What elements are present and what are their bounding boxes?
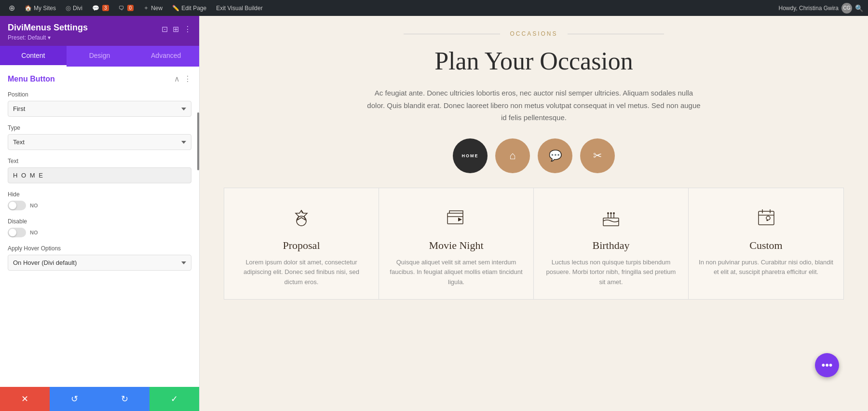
hide-field-label: Hide <box>8 191 191 198</box>
panel-title: DiviMenus Settings <box>8 23 88 33</box>
house-icon: 🏠 <box>25 5 32 12</box>
hover-field-label: Apply Hover Options <box>8 245 191 252</box>
tools-circle[interactable]: ✂ <box>580 138 615 173</box>
main-layout: DiviMenus Settings Preset: Default ▾ ⊡ ⊞… <box>0 16 868 411</box>
hide-toggle-wrap: NO <box>8 201 191 210</box>
fab-dots-icon: ••• <box>821 359 832 371</box>
movie-night-card: Movie Night Quisque aliquet velit sit am… <box>379 188 534 299</box>
type-field-group: Type Text Icon Image <box>8 124 191 150</box>
chat-bubble-icon: 💬 <box>549 150 562 162</box>
text-input[interactable] <box>8 167 191 183</box>
type-select[interactable]: Text Icon Image <box>8 134 191 150</box>
chat-circle[interactable]: 💬 <box>538 138 572 173</box>
collapse-section-icon[interactable]: ∧ <box>174 74 180 83</box>
home-icon: ⌂ <box>509 150 515 162</box>
disable-toggle-knob <box>9 229 16 236</box>
text-field-label: Text <box>8 158 191 164</box>
hover-select[interactable]: On Hover (Divi default) Always Never <box>8 255 191 271</box>
movie-night-card-title: Movie Night <box>389 239 524 252</box>
panel-preset[interactable]: Preset: Default ▾ <box>8 34 88 41</box>
undo-button[interactable]: ↺ <box>50 387 99 411</box>
exit-visual-builder-button[interactable]: Exit Visual Builder <box>212 0 267 16</box>
user-menu[interactable]: Howdy, Christina Gwira CG 🔍 <box>779 3 863 14</box>
comments2-menu[interactable]: 🗨 0 <box>115 0 138 16</box>
panel-actions: ✕ ↺ ↻ ✓ <box>0 387 199 411</box>
my-sites-label: My Sites <box>34 5 56 12</box>
search-icon[interactable]: 🔍 <box>855 4 863 12</box>
svg-point-6 <box>607 212 609 214</box>
occasions-line-right <box>568 34 664 34</box>
avatar: CG <box>841 3 852 14</box>
disable-toggle-label: NO <box>30 230 38 235</box>
hide-toggle[interactable] <box>8 201 26 210</box>
grid-icon[interactable]: ⊞ <box>173 25 179 34</box>
panel-header-icons: ⊡ ⊞ ⋮ <box>162 25 191 34</box>
disable-toggle-wrap: NO <box>8 228 191 237</box>
hide-toggle-knob <box>9 202 16 209</box>
redo-icon: ↻ <box>121 394 128 404</box>
section-more-icon[interactable]: ⋮ <box>184 74 191 83</box>
new-menu[interactable]: ＋ New <box>139 0 166 16</box>
divi-menu[interactable]: ◎ Divi <box>62 0 86 16</box>
svg-rect-1 <box>448 213 463 224</box>
divi-label: Divi <box>73 5 82 12</box>
edit-page-button[interactable]: ✏️ Edit Page <box>168 0 210 16</box>
edit-page-label: Edit Page <box>181 5 206 12</box>
home-circle-label: HOME <box>462 153 479 158</box>
wp-logo[interactable]: ⊕ <box>5 0 19 16</box>
panel-title-area: DiviMenus Settings Preset: Default ▾ <box>8 23 88 41</box>
panel-tabs: Content Design Advanced <box>0 46 199 67</box>
occasions-text: OCCASIONS <box>510 30 557 37</box>
comments-menu[interactable]: 💬 3 <box>88 0 113 16</box>
comments-count-badge: 3 <box>102 5 109 11</box>
scroll-indicator <box>197 112 199 170</box>
menu-button-section-header: Menu Button ∧ ⋮ <box>8 74 191 83</box>
home-icon-circle[interactable]: ⌂ <box>495 138 530 173</box>
text-field-group: Text <box>8 158 191 183</box>
my-sites-menu[interactable]: 🏠 My Sites <box>21 0 60 16</box>
howdy-label: Howdy, Christina Gwira <box>779 5 839 12</box>
disable-toggle[interactable] <box>8 228 26 237</box>
hide-field-group: Hide NO <box>8 191 191 210</box>
page-main-title: Plan Your Occasion <box>219 47 849 75</box>
tab-design[interactable]: Design <box>67 46 133 67</box>
wp-admin-bar: ⊕ 🏠 My Sites ◎ Divi 💬 3 🗨 0 ＋ New ✏️ Edi… <box>0 0 868 16</box>
disable-field-group: Disable NO <box>8 218 191 237</box>
save-icon: ✓ <box>171 394 178 404</box>
disable-field-label: Disable <box>8 218 191 225</box>
exit-builder-label: Exit Visual Builder <box>216 5 263 12</box>
tools-icon: ✂ <box>593 150 602 162</box>
movie-night-card-desc: Quisque aliquet velit sit amet sem inter… <box>389 258 524 288</box>
tab-content[interactable]: Content <box>0 46 67 67</box>
position-select[interactable]: First Last <box>8 101 191 117</box>
tab-advanced[interactable]: Advanced <box>133 46 199 67</box>
custom-card-title: Custom <box>698 239 834 252</box>
settings-panel: DiviMenus Settings Preset: Default ▾ ⊡ ⊞… <box>0 16 200 411</box>
redo-button[interactable]: ↻ <box>100 387 149 411</box>
save-button[interactable]: ✓ <box>149 387 199 411</box>
occasions-cards-grid: Proposal Lorem ipsum dolor sit amet, con… <box>224 188 844 300</box>
divi-logo-icon: ◎ <box>66 4 71 12</box>
fab-button[interactable]: ••• <box>815 353 839 377</box>
dots-menu-icon[interactable]: ⋮ <box>184 25 191 34</box>
undo-icon: ↺ <box>71 394 78 404</box>
page-content: OCCASIONS Plan Your Occasion Ac feugiat … <box>200 16 868 411</box>
circles-row: HOME ⌂ 💬 ✂ <box>219 138 849 173</box>
home-circle-button[interactable]: HOME <box>453 138 488 173</box>
position-field-label: Position <box>8 91 191 98</box>
hover-field-group: Apply Hover Options On Hover (Divi defau… <box>8 245 191 271</box>
birthday-card: Birthday Luctus lectus non quisque turpi… <box>534 188 689 299</box>
cancel-button[interactable]: ✕ <box>0 387 50 411</box>
svg-point-8 <box>613 212 615 214</box>
custom-card-icon <box>698 203 834 232</box>
custom-card: Custom In non pulvinar purus. Curabitur … <box>689 188 843 299</box>
section-header-icons: ∧ ⋮ <box>174 74 191 83</box>
comment-count2-badge: 0 <box>127 5 134 11</box>
new-label: New <box>151 5 163 12</box>
plus-icon: ＋ <box>143 4 149 12</box>
occasions-label: OCCASIONS <box>219 30 849 37</box>
cancel-icon: ✕ <box>21 394 28 404</box>
svg-point-7 <box>610 212 612 214</box>
collapse-icon[interactable]: ⊡ <box>162 25 168 34</box>
comment-icon: 🗨 <box>119 5 124 12</box>
